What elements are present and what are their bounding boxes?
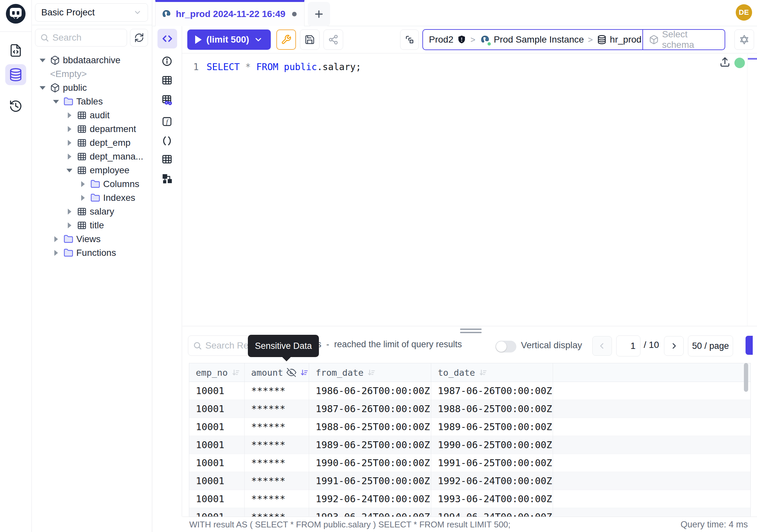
table-cell[interactable]: ****** — [245, 454, 309, 472]
avatar[interactable]: DE — [736, 4, 752, 21]
refresh-button[interactable] — [130, 29, 148, 47]
table-cell[interactable]: ****** — [245, 418, 309, 436]
table-cell[interactable]: 1989-06-25T00:00:00Z — [431, 418, 553, 436]
panel-splitter[interactable] — [182, 326, 757, 326]
table-cell[interactable]: ****** — [245, 490, 309, 508]
schema-search[interactable] — [35, 29, 127, 47]
tree-item-bbdataarchive[interactable]: bbdataarchive — [32, 53, 152, 67]
worksheet-icon[interactable] — [5, 40, 26, 61]
tree-item-title[interactable]: title — [32, 218, 152, 232]
table-cell[interactable]: ****** — [245, 472, 309, 490]
schema-search-input[interactable] — [52, 32, 122, 43]
code-panel-icon[interactable] — [158, 29, 177, 48]
table-row[interactable]: 10001******1987-06-26T00:00:00Z1988-06-2… — [189, 400, 750, 418]
caret-right-icon[interactable] — [66, 112, 73, 118]
table-row[interactable]: 10001******1986-06-26T00:00:00Z1987-06-2… — [189, 382, 750, 400]
table-cell[interactable]: 10001 — [189, 418, 245, 436]
table-cell[interactable]: 10001 — [189, 454, 245, 472]
tree-item-public[interactable]: public — [32, 81, 152, 95]
project-select[interactable]: Basic Project — [35, 3, 148, 22]
caret-right-icon[interactable] — [66, 222, 73, 228]
splitter-grip[interactable] — [460, 332, 482, 333]
caret-down-icon[interactable] — [53, 100, 59, 104]
column-header-amount[interactable]: amount — [245, 363, 309, 382]
table-cell[interactable]: 10001 — [189, 490, 245, 508]
page-number-input[interactable] — [616, 335, 640, 357]
tree-item-audit[interactable]: audit — [32, 109, 152, 122]
caret-right-icon[interactable] — [53, 250, 59, 256]
table-cell[interactable]: 10001 — [189, 436, 245, 454]
table-cell[interactable]: 1987-06-26T00:00:00Z — [431, 382, 553, 400]
database-icon[interactable] — [5, 64, 26, 85]
tab-hr-prod[interactable]: hr_prod 2024-11-22 16:49 — [155, 0, 305, 26]
tree-item-employee[interactable]: employee — [32, 164, 152, 177]
table-cell[interactable]: 1991-06-25T00:00:00Z — [431, 454, 553, 472]
column-header-to_date[interactable]: to_date — [431, 363, 553, 382]
tree-item-dept-mana-[interactable]: dept_mana... — [32, 150, 152, 164]
function-icon[interactable]: f — [162, 116, 172, 127]
caret-right-icon[interactable] — [66, 140, 73, 146]
save-button[interactable] — [300, 29, 319, 50]
table-cell[interactable]: ****** — [245, 400, 309, 418]
page-size-select[interactable]: 50 / page — [688, 335, 733, 357]
sort-icon[interactable] — [300, 368, 308, 377]
caret-down-icon[interactable] — [39, 86, 46, 90]
table-cell[interactable]: 1992-06-24T00:00:00Z — [431, 472, 553, 490]
table-row[interactable]: 10001******1988-06-25T00:00:00Z1989-06-2… — [189, 418, 750, 436]
table-cell[interactable]: 1990-06-25T00:00:00Z — [309, 454, 431, 472]
table-cell[interactable]: 1993-06-24T00:00:00Z — [431, 490, 553, 508]
results-scrollbar-thumb[interactable] — [744, 363, 748, 392]
caret-right-icon[interactable] — [66, 126, 73, 132]
tree-item-salary[interactable]: salary — [32, 205, 152, 218]
masked-table-icon[interactable] — [162, 94, 172, 106]
caret-down-icon[interactable] — [66, 169, 73, 172]
table-cell[interactable]: 1988-06-25T00:00:00Z — [309, 418, 431, 436]
add-tab-button[interactable] — [308, 2, 330, 26]
table-cell[interactable]: 10001 — [189, 400, 245, 418]
sort-icon[interactable] — [478, 368, 487, 377]
history-icon[interactable] — [5, 96, 26, 117]
table-cell[interactable]: 10001 — [189, 382, 245, 400]
batch-connection-icon[interactable] — [400, 29, 419, 50]
table-cell[interactable]: 10001 — [189, 508, 245, 516]
tree-item-views[interactable]: Views — [32, 232, 152, 246]
parentheses-icon[interactable] — [162, 135, 172, 146]
table-cell[interactable]: 1993-06-24T00:00:00Z — [309, 508, 431, 516]
table-cell[interactable]: 1986-06-26T00:00:00Z — [309, 382, 431, 400]
prev-page-button[interactable] — [592, 336, 612, 356]
table-row[interactable]: 10001******1993-06-24T00:00:00Z1994-06-2… — [189, 508, 750, 516]
splitter-grip[interactable] — [460, 329, 482, 330]
table-cell[interactable]: 1987-06-26T00:00:00Z — [309, 400, 431, 418]
caret-right-icon[interactable] — [66, 209, 73, 215]
export-button-partial[interactable] — [745, 336, 753, 355]
caret-right-icon[interactable] — [53, 236, 59, 242]
openai-assistant-button[interactable] — [734, 29, 754, 50]
table-cell[interactable]: 1992-06-24T00:00:00Z — [309, 490, 431, 508]
table-row[interactable]: 10001******1989-06-25T00:00:00Z1990-06-2… — [189, 436, 750, 454]
table-cell[interactable]: ****** — [245, 382, 309, 400]
next-page-button[interactable] — [664, 336, 684, 356]
caret-right-icon[interactable] — [79, 195, 86, 201]
table-cell[interactable]: 1989-06-25T00:00:00Z — [309, 436, 431, 454]
table-cell[interactable]: 10001 — [189, 472, 245, 490]
tree-item-indexes[interactable]: Indexes — [32, 191, 152, 205]
table-cell[interactable]: 1990-06-25T00:00:00Z — [431, 436, 553, 454]
column-header-emp_no[interactable]: emp_no — [189, 363, 245, 382]
caret-right-icon[interactable] — [66, 154, 73, 160]
table-row[interactable]: 10001******1992-06-24T00:00:00Z1993-06-2… — [189, 490, 750, 508]
column-header-from_date[interactable]: from_date — [309, 363, 431, 382]
sort-icon[interactable] — [231, 368, 240, 377]
sort-icon[interactable] — [367, 368, 376, 377]
table-row[interactable]: 10001******1990-06-25T00:00:00Z1991-06-2… — [189, 454, 750, 472]
table-cell[interactable]: 1991-06-25T00:00:00Z — [309, 472, 431, 490]
tree-item-department[interactable]: department — [32, 122, 152, 136]
sql-editor[interactable]: 1 SELECT * FROM public.salary; — [182, 54, 757, 326]
caret-down-icon[interactable] — [39, 59, 46, 62]
connection-scope[interactable]: Prod2 > Prod Sample Instance > hr_prod — [423, 30, 643, 49]
caret-right-icon[interactable] — [79, 181, 86, 187]
tree-item-tables[interactable]: Tables — [32, 95, 152, 109]
table-row[interactable]: 10001******1991-06-25T00:00:00Z1992-06-2… — [189, 472, 750, 490]
tree-item-columns[interactable]: Columns — [32, 177, 152, 191]
eye-off-icon[interactable] — [287, 367, 296, 377]
table-icon[interactable] — [162, 75, 172, 86]
